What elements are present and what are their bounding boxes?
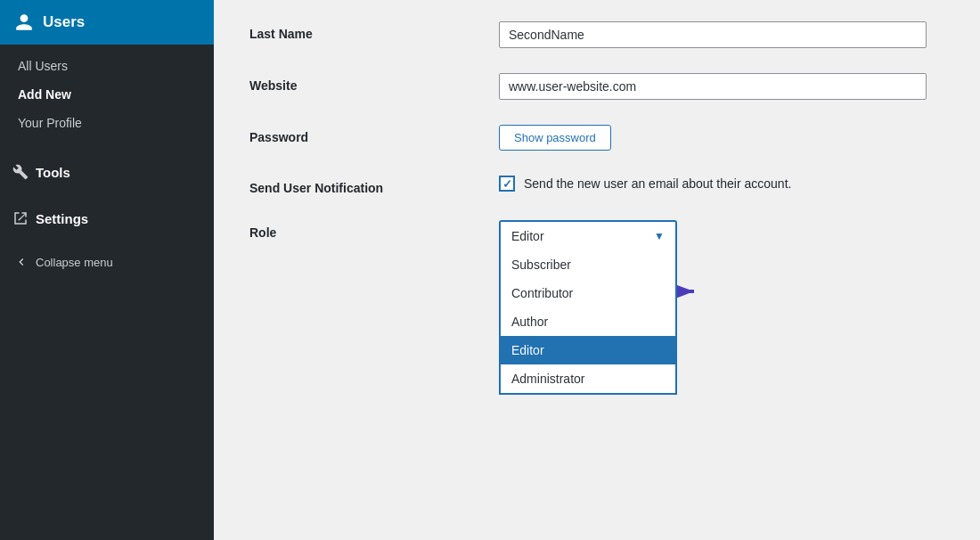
- collapse-menu[interactable]: Collapse menu: [0, 244, 214, 280]
- sidebar-item-your-profile[interactable]: Your Profile: [0, 109, 214, 137]
- notification-checkbox[interactable]: ✓: [499, 176, 515, 192]
- tools-section-header[interactable]: Tools: [0, 157, 214, 187]
- website-row: Website: [249, 73, 944, 100]
- role-option-administrator[interactable]: Administrator: [501, 364, 675, 393]
- settings-section-header[interactable]: Settings: [0, 203, 214, 233]
- notification-label: Send User Notification: [249, 176, 481, 195]
- collapse-icon: [14, 255, 29, 269]
- role-field: Editor ▼ Subscriber Contributor Author E…: [499, 220, 944, 250]
- role-selected-value: Editor: [511, 229, 544, 243]
- role-option-subscriber[interactable]: Subscriber: [501, 250, 675, 279]
- role-dropdown-container: Editor ▼ Subscriber Contributor Author E…: [499, 220, 677, 250]
- sidebar-header-label: Users: [43, 13, 85, 31]
- user-icon: [14, 12, 34, 32]
- role-select-display[interactable]: Editor ▼: [499, 220, 677, 250]
- password-row: Password Show password: [249, 125, 944, 151]
- last-name-label: Last Name: [249, 21, 481, 41]
- tools-icon: [12, 164, 29, 180]
- role-row: Role Editor ▼ Subscriber Contributor Aut…: [249, 220, 944, 250]
- password-field: Show password: [499, 125, 944, 151]
- sidebar-users-header[interactable]: Users: [0, 0, 214, 45]
- add-user-spacer: [249, 289, 481, 294]
- role-option-editor[interactable]: Editor: [501, 336, 675, 364]
- password-label: Password: [249, 125, 481, 144]
- notification-text: Send the new user an email about their a…: [524, 176, 791, 191]
- notification-row: Send User Notification ✓ Send the new us…: [249, 176, 944, 195]
- role-option-author[interactable]: Author: [501, 307, 675, 336]
- settings-section: Settings: [0, 191, 214, 237]
- last-name-row: Last Name: [249, 21, 944, 48]
- notification-checkbox-row: ✓ Send the new user an email about their…: [499, 176, 944, 192]
- role-label: Role: [249, 220, 481, 240]
- sidebar: Users All Users Add New Your Profile Too…: [0, 0, 214, 540]
- show-password-button[interactable]: Show password: [499, 125, 611, 151]
- sidebar-nav: All Users Add New Your Profile: [0, 45, 214, 144]
- settings-icon: [12, 210, 29, 226]
- last-name-field: [499, 21, 944, 48]
- sidebar-item-add-new[interactable]: Add New: [0, 80, 214, 109]
- sidebar-item-all-users[interactable]: All Users: [0, 52, 214, 80]
- role-option-contributor[interactable]: Contributor: [501, 279, 675, 307]
- website-field: [499, 73, 944, 100]
- website-label: Website: [249, 73, 481, 93]
- role-dropdown-list: Subscriber Contributor Author Editor Adm…: [499, 250, 677, 395]
- tools-section: Tools: [0, 144, 214, 191]
- notification-field: ✓ Send the new user an email about their…: [499, 176, 944, 192]
- checkmark-icon: ✓: [502, 178, 512, 190]
- last-name-input[interactable]: [499, 21, 927, 48]
- website-input[interactable]: [499, 73, 927, 100]
- main-content: Last Name Website Password Show password…: [214, 0, 980, 540]
- chevron-down-icon: ▼: [654, 230, 665, 242]
